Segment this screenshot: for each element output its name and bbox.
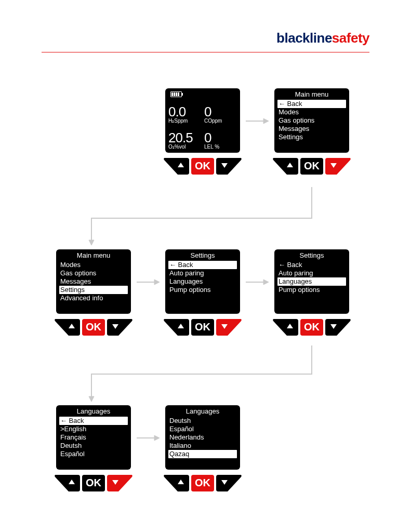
menu-item[interactable]: Auto paring	[277, 269, 346, 277]
menu-item[interactable]: ← Back	[168, 261, 237, 269]
device-step-1: 0.0 H₂Sppm 0 COppm 20.5 O₂%vol 0 LEL %	[161, 88, 244, 180]
flow-arrow	[88, 345, 317, 403]
keypad-svg	[270, 318, 353, 341]
menu-item[interactable]: Auto paring	[168, 269, 237, 277]
device-step-6: Languages← Back>EnglishFrançaisDeutshEsp…	[52, 405, 135, 497]
svg-marker-28	[89, 396, 94, 402]
menu-item[interactable]: Languages	[277, 277, 346, 286]
sensor-screen: 0.0 H₂Sppm 0 COppm 20.5 O₂%vol 0 LEL %	[165, 88, 240, 153]
svg-rect-7	[82, 319, 105, 336]
menu-item[interactable]: Qazaq	[168, 450, 237, 458]
svg-rect-10	[191, 319, 214, 336]
menu-screen: Main menu← BackModesGas optionsMessagesS…	[274, 88, 349, 153]
menu-item[interactable]: Modes	[59, 261, 128, 269]
menu-item[interactable]: Français	[59, 433, 128, 442]
menu-title: Languages	[168, 407, 237, 416]
menu-title: Settings	[168, 251, 237, 260]
menu-title: Settings	[277, 251, 346, 260]
keypad: OK	[161, 474, 244, 497]
svg-rect-1	[191, 158, 214, 175]
keypad-svg	[161, 157, 244, 180]
menu-item[interactable]: Settings	[277, 133, 346, 141]
menu-item[interactable]: Español	[168, 425, 237, 433]
menu-item[interactable]: Español	[59, 450, 128, 458]
keypad-svg	[161, 474, 244, 497]
header-rule	[42, 52, 369, 52]
flow-arrow	[246, 278, 269, 286]
menu-item[interactable]: >English	[59, 425, 128, 433]
menu-item[interactable]: Gas options	[277, 116, 346, 125]
svg-rect-13	[300, 319, 323, 336]
svg-marker-27	[263, 280, 269, 285]
menu-item[interactable]: Modes	[277, 108, 346, 116]
keypad-svg	[52, 474, 135, 497]
device-step-5: Settings← BackAuto paringLanguagesPump o…	[270, 249, 353, 341]
menu-item[interactable]: Pump options	[277, 286, 346, 294]
menu-item[interactable]: Messages	[59, 277, 128, 286]
svg-rect-16	[82, 475, 105, 491]
menu-item[interactable]: Messages	[277, 125, 346, 133]
menu-title: Languages	[59, 407, 128, 416]
menu-screen: Main menuModesGas optionsMessagesSetting…	[56, 249, 131, 314]
flow-arrow	[137, 434, 160, 442]
menu-item[interactable]: Gas options	[59, 269, 128, 277]
page: blacklinesafety 0.0 H₂Sppm 0 COppm 20.5 …	[0, 0, 411, 532]
flow-arrow	[137, 278, 160, 286]
brand-part1: blackline	[276, 30, 332, 46]
menu-item[interactable]: Advanced info	[59, 294, 128, 302]
menu-screen: LanguagesDeutshEspañolNederlandsItaliano…	[165, 405, 240, 470]
menu-item[interactable]: Italiano	[168, 442, 237, 450]
sensor-co: 0 COppm	[204, 98, 237, 124]
keypad: OK	[161, 318, 244, 341]
battery-icon	[168, 90, 237, 98]
svg-marker-23	[89, 240, 94, 245]
svg-marker-30	[154, 435, 160, 441]
menu-title: Main menu	[277, 90, 346, 99]
menu-item[interactable]: Pump options	[168, 286, 237, 294]
menu-item[interactable]: Languages	[168, 277, 237, 286]
menu-item[interactable]: ← Back	[277, 261, 346, 269]
menu-item[interactable]: ← Back	[59, 417, 128, 425]
svg-marker-22	[263, 118, 269, 124]
svg-rect-4	[300, 158, 323, 175]
device-step-4: Settings← BackAuto paringLanguagesPump o…	[161, 249, 244, 341]
brand-part2: safety	[332, 30, 369, 46]
keypad: OK	[52, 318, 135, 341]
keypad-svg	[270, 157, 353, 180]
keypad: OK	[270, 318, 353, 341]
flow-arrow	[88, 187, 317, 247]
device-step-7: LanguagesDeutshEspañolNederlandsItaliano…	[161, 405, 244, 497]
sensor-lel: 0 LEL %	[204, 124, 237, 150]
device-step-3: Main menuModesGas optionsMessagesSetting…	[52, 249, 135, 341]
menu-screen: Settings← BackAuto paringLanguagesPump o…	[165, 249, 240, 314]
flow-arrow	[246, 117, 269, 125]
svg-rect-19	[191, 475, 214, 491]
menu-item[interactable]: Settings	[59, 286, 128, 294]
menu-item[interactable]: Deutsh	[59, 442, 128, 450]
menu-item[interactable]: Nederlands	[168, 433, 237, 442]
menu-screen: Settings← BackAuto paringLanguagesPump o…	[274, 249, 349, 314]
keypad-svg	[52, 318, 135, 341]
keypad: OK	[161, 157, 244, 180]
keypad: OK	[270, 157, 353, 180]
keypad-svg	[161, 318, 244, 341]
svg-marker-25	[154, 280, 160, 285]
menu-item[interactable]: ← Back	[277, 100, 346, 108]
sensor-h2s: 0.0 H₂Sppm	[168, 98, 201, 124]
sensor-o2: 20.5 O₂%vol	[168, 124, 201, 150]
menu-item[interactable]: Deutsh	[168, 417, 237, 425]
device-step-2: Main menu← BackModesGas optionsMessagesS…	[270, 88, 353, 180]
menu-screen: Languages← Back>EnglishFrançaisDeutshEsp…	[56, 405, 131, 470]
menu-title: Main menu	[59, 251, 128, 260]
keypad: OK	[52, 474, 135, 497]
brand-logo: blacklinesafety	[276, 30, 369, 46]
